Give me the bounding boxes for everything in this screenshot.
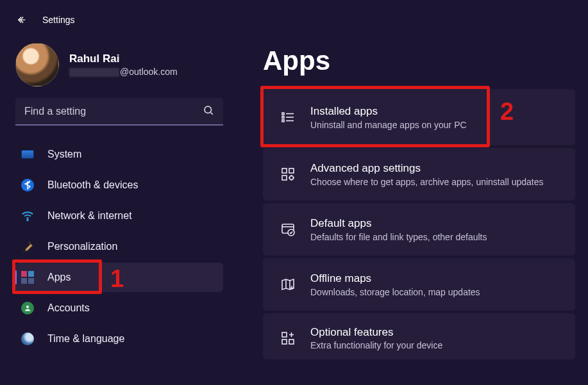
main-content: Apps Installed apps Uninstall and manage… (237, 31, 588, 379)
card-installed-apps[interactable]: Installed apps Uninstall and manage apps… (263, 89, 575, 145)
card-subtitle: Defaults for file and link types, other … (310, 232, 487, 242)
back-button[interactable] (15, 13, 28, 26)
search-icon (203, 104, 214, 118)
paintbrush-icon (21, 240, 35, 254)
redacted-email-local (69, 68, 119, 77)
profile-block[interactable]: Rahul Rai @outlook.com (13, 39, 226, 98)
card-title: Optional features (310, 326, 442, 339)
profile-email: @outlook.com (69, 67, 178, 77)
svg-point-2 (27, 220, 28, 221)
svg-rect-8 (282, 120, 284, 122)
list-icon (280, 109, 296, 126)
profile-name: Rahul Rai (69, 53, 178, 65)
sidebar-item-label: Time & language (47, 333, 124, 345)
svg-rect-12 (282, 176, 287, 180)
page-title: Apps (263, 45, 575, 76)
grid-gear-icon (280, 166, 296, 183)
svg-line-1 (210, 112, 212, 114)
search-input[interactable] (24, 106, 203, 117)
account-icon (21, 301, 35, 315)
svg-point-13 (290, 176, 294, 180)
card-offline-maps[interactable]: Offline maps Downloads, storage location… (263, 258, 575, 311)
globe-clock-icon (21, 332, 35, 346)
sidebar-item-label: Personalization (47, 241, 117, 252)
svg-rect-11 (289, 168, 294, 173)
card-subtitle: Choose where to get apps, archive apps, … (310, 177, 543, 187)
sidebar-item-system[interactable]: System (15, 140, 223, 169)
window-check-icon (280, 221, 296, 238)
card-advanced-app-settings[interactable]: Advanced app settings Choose where to ge… (263, 148, 575, 201)
svg-point-0 (205, 106, 212, 113)
title-bar: Settings (0, 0, 588, 31)
card-optional-features[interactable]: Optional features Extra functionality fo… (263, 313, 575, 359)
card-title: Advanced app settings (310, 162, 543, 175)
svg-rect-19 (289, 340, 294, 344)
card-subtitle: Extra functionality for your device (310, 340, 442, 350)
sidebar-item-personalization[interactable]: Personalization (15, 232, 223, 261)
system-icon (21, 147, 35, 161)
wifi-icon (21, 209, 35, 223)
svg-rect-17 (282, 332, 287, 337)
sidebar-item-accounts[interactable]: Accounts (15, 293, 223, 323)
svg-rect-4 (282, 113, 284, 115)
sidebar-item-label: Accounts (47, 302, 90, 314)
card-title: Default apps (310, 217, 487, 230)
avatar (15, 43, 59, 86)
svg-rect-6 (282, 117, 284, 119)
sidebar-item-time-language[interactable]: Time & language (15, 324, 223, 354)
map-download-icon (280, 276, 296, 293)
sidebar-item-label: Network & internet (47, 210, 132, 222)
card-title: Offline maps (310, 272, 480, 285)
settings-cards: Installed apps Uninstall and manage apps… (263, 89, 575, 359)
card-subtitle: Downloads, storage location, map updates (310, 287, 480, 297)
grid-plus-icon (280, 330, 296, 347)
sidebar-item-label: Apps (47, 272, 71, 283)
sidebar-item-apps[interactable]: Apps (15, 263, 223, 292)
card-title: Installed apps (310, 105, 467, 118)
sidebar-item-bluetooth[interactable]: Bluetooth & devices (15, 170, 223, 200)
sidebar-item-network[interactable]: Network & internet (15, 201, 223, 231)
bluetooth-icon (21, 178, 35, 192)
search-box[interactable] (15, 98, 223, 126)
svg-rect-10 (282, 168, 287, 173)
svg-rect-18 (282, 340, 287, 344)
window-title: Settings (42, 15, 75, 25)
sidebar-nav: System Bluetooth & devices Network & int… (13, 140, 226, 354)
sidebar-item-label: Bluetooth & devices (47, 179, 138, 191)
sidebar: Rahul Rai @outlook.com System Bluetoot (0, 31, 237, 379)
apps-icon (21, 270, 35, 284)
svg-point-3 (26, 306, 29, 308)
card-default-apps[interactable]: Default apps Defaults for file and link … (263, 203, 575, 256)
sidebar-item-label: System (47, 149, 81, 160)
card-subtitle: Uninstall and manage apps on your PC (310, 120, 467, 130)
